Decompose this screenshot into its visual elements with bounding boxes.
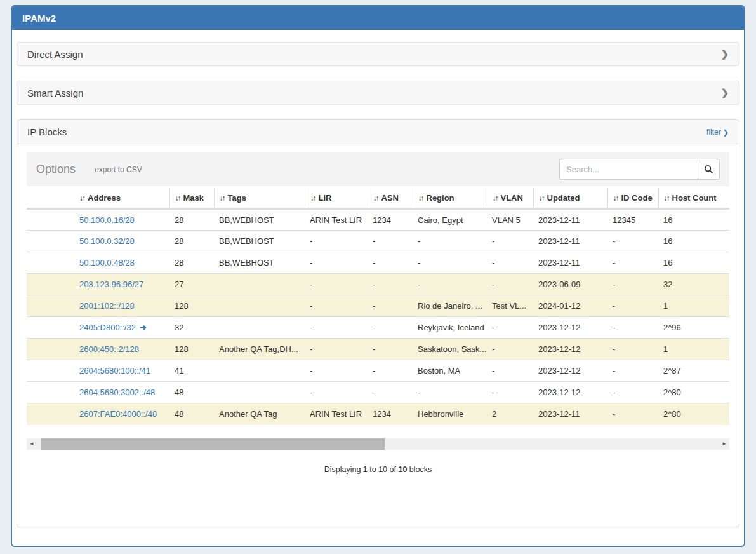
column-label: Address: [88, 193, 121, 203]
cell-lir: -: [305, 382, 368, 403]
address-link[interactable]: 50.100.0.32/28: [79, 236, 135, 246]
column-header-host_count[interactable]: ↓↑Host Count: [658, 188, 729, 209]
cell-vlan: -: [487, 274, 533, 295]
cell-host_count: 16: [658, 252, 729, 274]
cell-asn: -: [368, 360, 413, 382]
row-spacer: [27, 252, 74, 274]
cell-updated: 2023-12-12: [533, 382, 607, 403]
row-spacer: [27, 339, 74, 360]
cell-lir: ARIN Test LIR: [305, 209, 368, 231]
ip-blocks-table: ↓↑Address↓↑Mask↓↑Tags↓↑LIR↓↑ASN↓↑Region↓…: [27, 188, 729, 425]
column-header-tags[interactable]: ↓↑Tags: [214, 188, 305, 209]
cell-tags: BB,WEBHOST: [214, 209, 305, 231]
pagination-total: 10: [398, 465, 407, 474]
row-spacer: [27, 403, 74, 425]
cell-lir: -: [305, 317, 368, 339]
scroll-left-icon[interactable]: ◄: [27, 438, 37, 450]
search-group: [559, 159, 720, 180]
row-spacer: [27, 231, 74, 252]
smart-assign-panel[interactable]: Smart Assign ❯: [17, 81, 739, 105]
pagination-prefix: Displaying 1 to 10 of: [324, 465, 396, 474]
filter-link[interactable]: filter❯: [706, 128, 729, 137]
cell-host_count: 16: [658, 209, 729, 231]
cell-updated: 2023-12-12: [533, 317, 607, 339]
column-header-asn[interactable]: ↓↑ASN: [368, 188, 413, 209]
cell-host_count: 32: [658, 274, 729, 295]
column-header-vlan[interactable]: ↓↑VLAN: [487, 188, 533, 209]
cell-address: 2001:102::/128: [74, 295, 169, 317]
cell-vlan: -: [487, 317, 533, 339]
table-row: 2607:FAE0:4000::/4848Another QA TagARIN …: [27, 403, 729, 425]
address-link[interactable]: 208.123.96.96/27: [79, 280, 143, 289]
column-label: ID Code: [621, 193, 653, 203]
app-title: IPAMv2: [22, 13, 56, 24]
cell-address: 2604:5680:100::/41: [74, 360, 169, 382]
cell-lir: -: [305, 339, 368, 360]
cell-host_count: 2^87: [658, 360, 729, 382]
column-label: ASN: [381, 193, 399, 203]
sort-icon: ↓↑: [373, 194, 378, 203]
address-link[interactable]: 2405:D800::/32: [79, 323, 136, 332]
column-label: Updated: [547, 193, 580, 203]
cell-tags: Another QA Tag: [214, 403, 305, 425]
address-link[interactable]: 50.100.0.48/28: [79, 258, 135, 267]
cell-lir: -: [305, 360, 368, 382]
cell-region: -: [413, 382, 487, 403]
ip-blocks-header: IP Blocks filter❯: [17, 120, 739, 144]
table-row: 2001:102::/128128--Rio de Janeiro, ...Te…: [27, 295, 729, 317]
cell-region: Reykjavik, Iceland: [413, 317, 487, 339]
cell-asn: -: [368, 274, 413, 295]
pagination-suffix: blocks: [409, 465, 432, 474]
cell-vlan: 2: [487, 403, 533, 425]
column-header-lir[interactable]: ↓↑LIR: [305, 188, 368, 209]
search-input[interactable]: [559, 159, 698, 180]
app-title-bar: IPAMv2: [12, 6, 744, 30]
column-label: LIR: [319, 193, 332, 203]
cell-host_count: 2^80: [658, 403, 729, 425]
address-link[interactable]: 2604:5680:100::/41: [79, 366, 150, 375]
table-row: 208.123.96.96/2727----2023-06-09-32: [27, 274, 729, 295]
column-header-region[interactable]: ↓↑Region: [413, 188, 487, 209]
export-csv-link[interactable]: export to CSV: [95, 165, 142, 174]
address-link[interactable]: 50.100.0.16/28: [79, 215, 135, 225]
sort-icon: ↓↑: [539, 194, 544, 203]
column-header-id_code[interactable]: ↓↑ID Code: [607, 188, 658, 209]
cell-asn: -: [368, 252, 413, 274]
main-content: Direct Assign ❯ Smart Assign ❯ IP Blocks…: [12, 30, 744, 527]
cell-region: Boston, MA: [413, 360, 487, 382]
direct-assign-panel[interactable]: Direct Assign ❯: [17, 42, 739, 66]
row-spacer: [27, 360, 74, 382]
cell-address: 2604:5680:3002::/48: [74, 382, 169, 403]
horizontal-scrollbar[interactable]: ◄ ►: [27, 438, 729, 450]
address-link[interactable]: 2607:FAE0:4000::/48: [79, 409, 157, 419]
sort-icon: ↓↑: [79, 194, 84, 203]
cell-vlan: -: [487, 231, 533, 252]
address-link[interactable]: 2001:102::/128: [79, 301, 135, 311]
column-header-mask[interactable]: ↓↑Mask: [169, 188, 214, 209]
cell-tags: BB,WEBHOST: [214, 231, 305, 252]
address-link[interactable]: 2604:5680:3002::/48: [79, 388, 155, 397]
cell-region: Hebbronville: [413, 403, 487, 425]
header-spacer: [27, 188, 74, 209]
cell-region: -: [413, 231, 487, 252]
options-bar: Options export to CSV: [27, 152, 729, 186]
cell-tags: BB,WEBHOST: [214, 252, 305, 274]
scrollbar-thumb[interactable]: [41, 438, 385, 450]
cell-mask: 27: [169, 274, 214, 295]
cell-id_code: -: [607, 231, 658, 252]
cell-host_count: 16: [658, 231, 729, 252]
cell-asn: -: [368, 231, 413, 252]
cell-vlan: Test VL...: [487, 295, 533, 317]
cell-address: 50.100.0.16/28: [74, 209, 169, 231]
search-button[interactable]: [698, 159, 720, 180]
address-link[interactable]: 2600:450::2/128: [79, 344, 139, 354]
column-header-address[interactable]: ↓↑Address: [74, 188, 169, 209]
direct-assign-label: Direct Assign: [27, 49, 83, 60]
column-header-updated[interactable]: ↓↑Updated: [533, 188, 607, 209]
table-row: 2604:5680:100::/4141--Boston, MA-2023-12…: [27, 360, 729, 382]
cell-updated: 2023-12-11: [533, 403, 607, 425]
scroll-right-icon[interactable]: ►: [719, 438, 729, 450]
cell-vlan: -: [487, 339, 533, 360]
sort-icon: ↓↑: [664, 194, 669, 203]
table-row: 50.100.0.48/2828BB,WEBHOST----2023-12-11…: [27, 252, 729, 274]
